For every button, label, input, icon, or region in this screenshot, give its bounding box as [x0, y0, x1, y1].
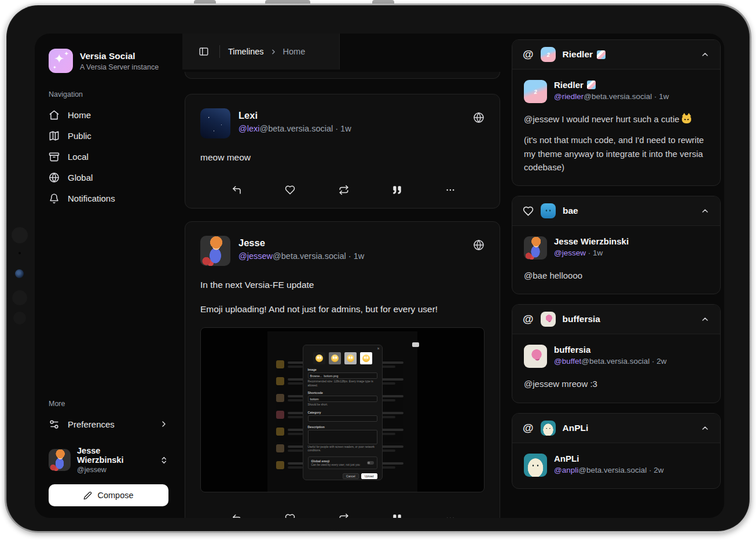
description-textarea [308, 430, 377, 444]
post-author-name[interactable]: AnPLi [554, 454, 579, 463]
notification-title: bae [563, 206, 578, 216]
chevron-up-icon[interactable] [700, 315, 710, 324]
more-section-label: More [49, 400, 168, 408]
partial-post-card[interactable] [185, 72, 500, 79]
post-avatar[interactable] [524, 454, 547, 477]
brand[interactable]: ✦✦✦ Versia Social A Versia Server instan… [49, 49, 168, 73]
post-avatar[interactable] [200, 108, 230, 138]
breadcrumb-timelines[interactable]: Timelines [228, 47, 264, 56]
timeline-feed[interactable]: Lexi @lexi@beta.versia.social · 1w meow … [182, 70, 512, 518]
chevron-up-icon[interactable] [700, 50, 710, 59]
account-name: Jesse Wierzbinski [77, 446, 147, 465]
repeat-icon [339, 513, 349, 518]
sidebar-item-global[interactable]: Global [49, 167, 168, 188]
post-author-name[interactable]: Riedler [554, 80, 583, 90]
post-author-handle[interactable]: @jessew · 1w [554, 249, 629, 257]
notification-header[interactable]: @ Riedler [512, 40, 720, 70]
globe-icon [49, 172, 60, 183]
image-hint: Recommended size: 128x128px. Every image… [308, 380, 377, 388]
notification-post[interactable]: buffersia @buffet@beta.versia.social · 2… [512, 334, 720, 402]
toggle-off [367, 461, 374, 465]
post-avatar[interactable] [524, 345, 547, 368]
compose-button[interactable]: Compose [49, 484, 168, 506]
post-author-name[interactable]: Lexi [238, 110, 351, 121]
home-icon [49, 109, 60, 120]
quote-button[interactable] [390, 182, 405, 198]
post-card[interactable]: Jesse @jessew@beta.versia.social · 1w In… [185, 221, 500, 518]
handle-user: @anpli [554, 466, 578, 474]
post-content: (it's not that much code, and I'd need t… [524, 133, 709, 174]
pleading-emoji [315, 355, 323, 362]
post-time: · 2w [649, 357, 666, 366]
chevron-up-icon[interactable] [700, 206, 710, 215]
reply-icon [232, 513, 242, 518]
post-card[interactable]: Lexi @lexi@beta.versia.social · 1w meow … [185, 94, 500, 209]
tablet-bezel: ✦✦✦ Versia Social A Versia Server instan… [6, 5, 750, 531]
notification-post[interactable]: Riedler @riedler@beta.versia.social · 1w… [512, 70, 720, 185]
post-author-handle[interactable]: @anpli@beta.versia.social · 2w [554, 466, 664, 474]
more-button[interactable] [443, 182, 458, 198]
post-author-handle[interactable]: @buffet@beta.versia.social · 2w [554, 357, 667, 366]
category-label: Category [308, 411, 377, 414]
handle-domain: @beta.versia.social [578, 466, 647, 474]
post-author-name[interactable]: Jesse [238, 238, 364, 249]
preferences-item[interactable]: Preferences [49, 414, 168, 434]
breadcrumb-home[interactable]: Home [283, 47, 306, 56]
ellipsis-icon [445, 185, 456, 195]
post-author-name[interactable]: Jesse Wierzbinski [554, 236, 629, 246]
post-author-handle[interactable]: @jessew@beta.versia.social · 1w [238, 251, 364, 261]
notification-avatar [541, 312, 556, 327]
post-time: · 1w [652, 92, 669, 101]
notification-post[interactable]: AnPLi @anpli@beta.versia.social · 2w [512, 443, 720, 488]
post-time: · 1w [346, 251, 364, 261]
notification-header[interactable]: @ AnPLi [512, 414, 720, 443]
quote-button[interactable] [390, 511, 405, 518]
boost-button[interactable] [336, 182, 351, 198]
pleading-emoji [362, 355, 370, 362]
notification-header[interactable]: bae [512, 196, 720, 226]
notification-title: Riedler [563, 49, 593, 60]
sidebar-item-local[interactable]: Local [49, 146, 168, 167]
shortcode-label: Shortcode [308, 391, 377, 394]
post-author-name[interactable]: buffersia [554, 345, 590, 355]
sidebar-item-home[interactable]: Home [49, 104, 168, 125]
file-input: Browse...bottom.png [308, 372, 377, 379]
notification-title: buffersia [563, 314, 600, 324]
post-content: @jessew I would never hurt such a cutie [524, 112, 709, 126]
post-author-handle[interactable]: @lexi@beta.versia.social · 1w [238, 124, 351, 133]
post-author-handle[interactable]: @riedler@beta.versia.social · 1w [554, 92, 669, 101]
breadcrumb: Timelines Home [228, 47, 305, 56]
more-button[interactable] [443, 511, 458, 518]
shortcode-hint: Should be short. [308, 403, 377, 407]
notification-post[interactable]: Jesse Wierzbinski @jessew · 1w @bae hell… [512, 226, 720, 294]
bell-icon [49, 193, 60, 204]
ellipsis-icon [445, 513, 456, 518]
sidebar-item-label: Home [68, 110, 91, 120]
global-emoji-hint: Can be used by every user, not just you [311, 463, 365, 466]
notification-avatar [541, 421, 556, 436]
reply-button[interactable] [229, 182, 244, 198]
post-avatar[interactable] [524, 236, 547, 260]
notification-header[interactable]: @ buffersia [512, 305, 720, 334]
post-avatar[interactable] [524, 80, 547, 103]
sidebar-item-public[interactable]: Public [49, 125, 168, 146]
sidebar-toggle-button[interactable] [196, 44, 211, 59]
cube-emoji [587, 81, 596, 89]
chevron-up-icon[interactable] [700, 423, 710, 433]
post-image-embed[interactable]: × Image Browse...bottom.png Recommended … [200, 327, 485, 492]
handle-user: @jessew [238, 251, 273, 261]
preferences-label: Preferences [68, 419, 115, 429]
post-content: Emoji uploading! And not just for admins… [200, 303, 485, 316]
like-button[interactable] [282, 182, 298, 198]
brand-title: Versia Social [80, 51, 159, 61]
boost-button[interactable] [336, 511, 351, 518]
handle-domain: @beta.versia.social [583, 92, 652, 101]
reply-button[interactable] [229, 511, 244, 518]
like-button[interactable] [282, 511, 298, 518]
heart-icon [285, 513, 295, 518]
account-switcher[interactable]: Jesse Wierzbinski @jessew [49, 446, 168, 474]
sidebar-item-notifications[interactable]: Notifications [49, 188, 168, 209]
emoji-upload-dialog: × Image Browse...bottom.png Recommended … [303, 345, 383, 480]
post-avatar[interactable] [200, 236, 230, 266]
sidebar-item-label: Global [68, 173, 93, 182]
